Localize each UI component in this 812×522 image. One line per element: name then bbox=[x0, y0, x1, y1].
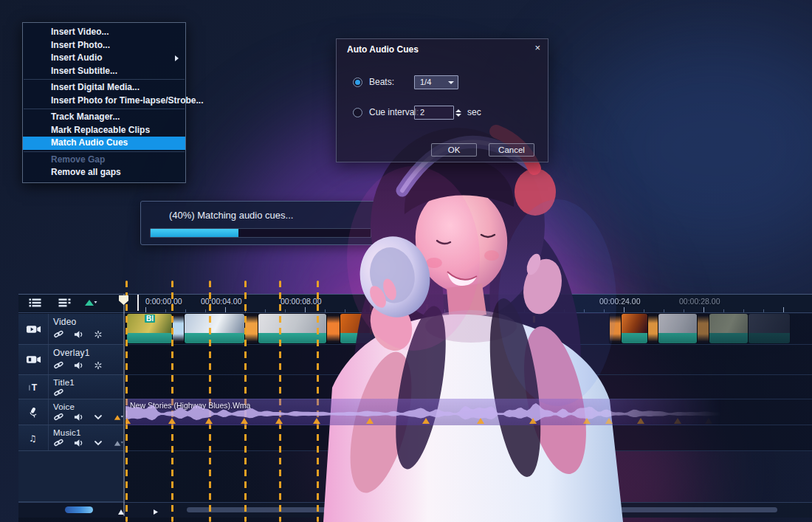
app-canvas: (40%) Matching audio cues... 0:00:00.000… bbox=[0, 0, 812, 522]
ruler-tick bbox=[703, 307, 704, 312]
ruler-tick bbox=[644, 309, 644, 312]
track-controls bbox=[53, 438, 123, 447]
spinner-control[interactable] bbox=[454, 106, 462, 120]
menu-separator bbox=[24, 109, 185, 109]
overlay-track-icon bbox=[18, 345, 49, 374]
ruler-tick bbox=[145, 307, 146, 312]
auto-audio-cues-dialog: Auto Audio Cues × Beats: 1/4 Cue interva… bbox=[336, 38, 548, 162]
menu-item-track-manager[interactable]: Track Manager... bbox=[23, 111, 185, 124]
ruler-tick bbox=[664, 309, 664, 312]
dialog-title: Auto Audio Cues bbox=[347, 44, 419, 55]
add-track-icon[interactable] bbox=[83, 298, 97, 309]
video-clip[interactable] bbox=[658, 314, 697, 343]
ok-button[interactable]: OK bbox=[431, 143, 477, 157]
menu-separator bbox=[24, 151, 185, 152]
link-icon[interactable] bbox=[53, 438, 63, 447]
menu-item-label: Insert Photo... bbox=[51, 40, 110, 50]
cue-marker-triangle bbox=[705, 418, 712, 424]
cue-interval-input[interactable]: 2 bbox=[414, 106, 454, 120]
cue-marker-triangle bbox=[529, 418, 537, 424]
link-icon[interactable] bbox=[53, 388, 63, 397]
menu-separator bbox=[24, 79, 185, 80]
link-icon[interactable] bbox=[53, 412, 63, 422]
video-clip[interactable] bbox=[709, 314, 748, 343]
beats-radio[interactable] bbox=[353, 78, 362, 87]
cue-marker-triangle bbox=[205, 418, 213, 424]
cue-triangle-icon[interactable] bbox=[113, 438, 123, 447]
zoom-in-icon[interactable] bbox=[151, 506, 160, 514]
video-track-icon bbox=[18, 314, 49, 344]
track-header-music1[interactable]: ♫Music1 bbox=[18, 425, 123, 451]
menu-item-insert-subtitle[interactable]: Insert Subtitle... bbox=[23, 65, 185, 78]
clip-color-bar bbox=[658, 333, 697, 343]
menu-item-remove-gap: Remove Gap bbox=[23, 154, 185, 167]
track-header-video[interactable]: Video bbox=[18, 314, 123, 345]
cue-interval-radio[interactable] bbox=[353, 108, 362, 117]
music-track-icon: ♫ bbox=[18, 425, 49, 450]
clip-color-bar bbox=[709, 333, 748, 343]
mosaic-icon[interactable] bbox=[93, 329, 103, 339]
ruler-tick bbox=[265, 309, 266, 312]
menu-item-insert-video[interactable]: Insert Video... bbox=[23, 26, 185, 39]
music-clip[interactable]: New Stories (Highway Blues).Wma bbox=[125, 399, 740, 425]
beats-value: 1/4 bbox=[420, 78, 431, 86]
video-clip[interactable] bbox=[185, 314, 244, 343]
link-icon[interactable] bbox=[53, 329, 63, 339]
link-icon[interactable] bbox=[53, 360, 63, 370]
track-header-overlay1[interactable]: Overlay1 bbox=[18, 345, 123, 375]
menu-item-insert-photo[interactable]: Insert Photo... bbox=[23, 39, 185, 52]
svg-text:T: T bbox=[31, 382, 37, 392]
transition-clip[interactable] bbox=[173, 314, 184, 343]
ruler-tick bbox=[684, 309, 684, 312]
menu-item-remove-all-gaps[interactable]: Remove all gaps bbox=[23, 166, 185, 179]
track-header-title1[interactable]: TTitle1 bbox=[18, 375, 123, 399]
cue-marker-triangle bbox=[637, 418, 644, 424]
menu-item-insert-audio[interactable]: Insert Audio bbox=[23, 52, 185, 65]
menu-item-mark-replaceable-clips[interactable]: Mark Replaceable Clips bbox=[23, 124, 185, 137]
context-menu: Insert Video...Insert Photo...Insert Aud… bbox=[22, 22, 186, 183]
ruler-tick bbox=[165, 309, 166, 312]
speaker-icon[interactable] bbox=[73, 438, 83, 447]
menu-item-match-audio-cues[interactable]: Match Audio Cues bbox=[23, 137, 185, 150]
track-view-icon[interactable] bbox=[28, 298, 43, 309]
clip-thumbnail bbox=[185, 314, 244, 333]
track-controls bbox=[53, 412, 123, 422]
menu-item-insert-digital-media[interactable]: Insert Digital Media... bbox=[23, 81, 185, 95]
timeline-zoom-slider[interactable] bbox=[65, 506, 93, 513]
track-name: Overlay1 bbox=[53, 348, 123, 358]
waveform bbox=[125, 399, 740, 425]
ruler-tick bbox=[743, 309, 744, 312]
video-clip[interactable] bbox=[749, 314, 790, 343]
hero-photo-girl-headphones bbox=[310, 103, 627, 522]
chevron-down-icon[interactable] bbox=[93, 412, 103, 422]
ruler-tick bbox=[205, 309, 206, 312]
menu-item-label: Insert Video... bbox=[51, 27, 109, 37]
mosaic-icon[interactable] bbox=[93, 360, 103, 370]
transition-clip[interactable] bbox=[648, 314, 658, 343]
progress-text: (40%) Matching audio cues... bbox=[169, 210, 293, 221]
transition-clip[interactable] bbox=[698, 314, 709, 343]
track-controls bbox=[53, 329, 123, 339]
menu-item-insert-photo-for-time-lapse-strobe[interactable]: Insert Photo for Time-lapse/Strobe... bbox=[23, 95, 185, 108]
ruler-tick bbox=[225, 307, 226, 312]
cancel-button[interactable]: Cancel bbox=[489, 143, 534, 157]
close-icon[interactable]: × bbox=[534, 42, 540, 53]
cue-triangle-active-icon[interactable] bbox=[113, 412, 123, 422]
video-clip[interactable]: Bl bbox=[127, 314, 172, 343]
menu-item-label: Track Manager... bbox=[51, 111, 120, 122]
chevron-down-icon[interactable] bbox=[93, 438, 103, 447]
transition-clip[interactable] bbox=[245, 314, 258, 343]
clip-badge: Bl bbox=[145, 315, 155, 323]
menu-item-label: Remove all gaps bbox=[51, 167, 121, 177]
clip-color-bar bbox=[749, 333, 790, 343]
track-header-divider[interactable] bbox=[123, 294, 125, 516]
ruler-timestamp: 00:00:28.00 bbox=[679, 297, 720, 306]
beats-dropdown[interactable]: 1/4 bbox=[414, 75, 458, 89]
speaker-icon[interactable] bbox=[73, 412, 83, 422]
track-header-voice[interactable]: Voice bbox=[18, 399, 123, 425]
cue-marker-triangle bbox=[477, 418, 484, 424]
speaker-icon[interactable] bbox=[73, 329, 83, 339]
track-header-body: Voice bbox=[49, 399, 123, 425]
mixer-view-icon[interactable] bbox=[58, 298, 72, 309]
speaker-icon[interactable] bbox=[73, 360, 83, 370]
